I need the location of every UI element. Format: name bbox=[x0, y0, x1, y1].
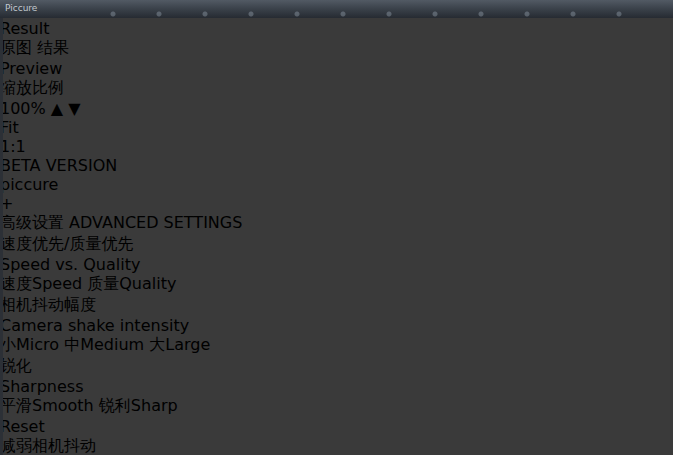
reset-button[interactable]: Reset bbox=[0, 417, 673, 436]
advanced-settings-label: ADVANCED SETTINGS bbox=[69, 213, 242, 232]
spinner-up-icon[interactable]: ▲ bbox=[51, 99, 63, 118]
tick-large: 大Large bbox=[149, 335, 210, 354]
tick-sharp: 锐利Sharp bbox=[99, 396, 178, 415]
advanced-settings-overlay: 高级设置 bbox=[0, 213, 64, 232]
brand-name: piccure bbox=[0, 175, 673, 194]
tab-result[interactable]: Result bbox=[0, 19, 673, 38]
beta-version-label: BETA VERSION bbox=[0, 156, 673, 175]
speed-quality-overlay: 速度优先/质量优先 bbox=[0, 234, 133, 253]
advanced-settings-header[interactable]: 高级设置 ADVANCED SETTINGS bbox=[0, 213, 673, 234]
title-bar[interactable]: Piccure bbox=[0, 0, 673, 18]
tick-medium: 中Medium bbox=[64, 335, 144, 354]
preview-badge: Preview bbox=[0, 59, 673, 78]
sharpness-title: Sharpness bbox=[0, 377, 673, 396]
tick-micro: 小Micro bbox=[0, 335, 59, 354]
bottom-toolbar: 缩放比例 100% ▲ ▼ Fit 1:1 bbox=[0, 78, 673, 156]
window-right-edge bbox=[657, 18, 673, 455]
speed-quality-title: Speed vs. Quality bbox=[0, 255, 673, 274]
tab-result-overlay: 结果 bbox=[37, 38, 69, 57]
shake-intensity-overlay: 相机抖动幅度 bbox=[0, 295, 96, 314]
reduce-shake-overlay-wrap: 减弱相机抖动 bbox=[0, 436, 673, 455]
piccure-window: Piccure Original Result 原图 结果 bbox=[0, 0, 673, 455]
window-title: Piccure bbox=[5, 3, 37, 13]
zoom-spinner[interactable]: ▲ ▼ bbox=[51, 99, 81, 118]
sharpness-overlay: 锐化 bbox=[0, 356, 32, 375]
shake-intensity-title: Camera shake intensity bbox=[0, 316, 673, 335]
zoom-level-value: 100% bbox=[0, 99, 46, 118]
spinner-down-icon[interactable]: ▼ bbox=[68, 99, 80, 118]
reduce-shake-overlay: 减弱相机抖动 bbox=[0, 436, 96, 455]
tick-quality: 质量Quality bbox=[87, 274, 176, 293]
speed-quality-ticks: 速度Speed 质量Quality bbox=[0, 274, 673, 295]
tab-original-overlay: 原图 bbox=[0, 38, 32, 57]
sharpness-ticks: 平滑Smooth 锐利Sharp bbox=[0, 396, 673, 417]
fit-button[interactable]: Fit bbox=[0, 118, 673, 137]
tick-smooth: 平滑Smooth bbox=[0, 396, 94, 415]
shake-intensity-ticks: 小Micro 中Medium 大Large bbox=[0, 335, 673, 356]
titlebar-texture bbox=[90, 0, 653, 18]
tick-speed: 速度Speed bbox=[0, 274, 82, 293]
actual-size-button[interactable]: 1:1 bbox=[0, 137, 673, 156]
settings-sidebar: BETA VERSION piccure bbox=[0, 156, 673, 455]
zoom-level-dropdown[interactable]: 100% ▲ ▼ bbox=[0, 99, 673, 118]
window-left-edge bbox=[0, 18, 3, 455]
preview-photo[interactable]: Preview bbox=[0, 59, 673, 78]
zoom-ratio-overlay: 缩放比例 bbox=[0, 78, 64, 97]
